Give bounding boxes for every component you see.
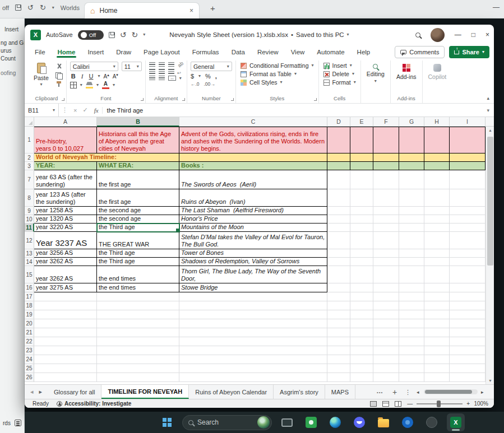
cell-B19[interactable] bbox=[97, 310, 179, 319]
vertical-scroll-thumb[interactable] bbox=[487, 137, 493, 266]
new-sheet-button[interactable]: + bbox=[392, 385, 397, 399]
taskbar-search[interactable]: Search bbox=[182, 415, 272, 430]
cell-A18[interactable] bbox=[34, 301, 97, 310]
background-spelling-grammar-label[interactable]: ng and Gra bbox=[1, 40, 25, 46]
collapse-ribbon-icon[interactable]: ▴ bbox=[487, 95, 489, 101]
cell-I10[interactable] bbox=[450, 215, 485, 224]
scroll-down-icon[interactable]: ▼ bbox=[486, 379, 494, 383]
row-header-3[interactable]: 3 bbox=[25, 162, 34, 170]
cell-I25[interactable] bbox=[450, 364, 485, 373]
cell-H15[interactable] bbox=[424, 266, 450, 283]
formula-input[interactable]: the Third age bbox=[103, 107, 483, 114]
cell-A1[interactable]: Pre-hisotry, years 0 to 10,027 bbox=[34, 127, 97, 153]
decrease-decimal-button[interactable]: .00→ bbox=[204, 81, 215, 87]
cell-H11[interactable] bbox=[424, 224, 450, 232]
merge-center-button[interactable]: ↔ bbox=[168, 76, 176, 81]
conditional-formatting-button[interactable]: Conditional Formatting ▾ bbox=[239, 62, 315, 69]
row-header-17[interactable]: 17 bbox=[25, 292, 34, 301]
taskbar-dark-app[interactable] bbox=[423, 413, 441, 431]
cell-C15[interactable]: Thorn Girl, The Blue Lady, The Way of th… bbox=[179, 266, 327, 283]
cell-G8[interactable] bbox=[399, 189, 424, 207]
cell-A10[interactable]: year 1320 AS bbox=[34, 215, 97, 224]
cell-E19[interactable] bbox=[350, 310, 373, 319]
cell-F12[interactable] bbox=[373, 232, 399, 249]
format-as-table-button[interactable]: Format as Table ▾ bbox=[239, 70, 315, 78]
increase-decimal-button[interactable]: ←.0 bbox=[191, 81, 200, 87]
cell-E23[interactable] bbox=[350, 346, 373, 355]
row-header-24[interactable]: 24 bbox=[25, 355, 34, 364]
cell-G3[interactable] bbox=[399, 162, 424, 170]
cell-F17[interactable] bbox=[373, 292, 399, 301]
row-header-13[interactable]: 13 bbox=[25, 249, 34, 258]
cell-A13[interactable]: year 3256 AS bbox=[34, 249, 97, 258]
cell-H12[interactable] bbox=[424, 232, 450, 249]
column-header-f[interactable]: F bbox=[373, 117, 399, 127]
cell-I8[interactable] bbox=[450, 189, 485, 207]
cell-C26[interactable] bbox=[179, 373, 327, 382]
editing-button[interactable]: Editing ▾ bbox=[364, 62, 387, 83]
column-header-i[interactable]: I bbox=[450, 117, 485, 127]
taskbar-excel[interactable]: X bbox=[447, 413, 465, 431]
cell-D19[interactable] bbox=[327, 310, 350, 319]
cell-C22[interactable] bbox=[179, 337, 327, 346]
cell-A19[interactable] bbox=[34, 310, 97, 319]
cell-C14[interactable]: Shadows of Redemption, Valley of Sorrows bbox=[179, 258, 327, 266]
more-sheets-icon[interactable]: ••• bbox=[377, 385, 383, 399]
cell-F2[interactable] bbox=[373, 153, 399, 162]
underline-button[interactable]: U bbox=[87, 73, 94, 80]
cell-D1[interactable] bbox=[327, 127, 350, 153]
cell-H14[interactable] bbox=[424, 258, 450, 266]
row-header-10[interactable]: 10 bbox=[25, 215, 34, 224]
cell-E16[interactable] bbox=[350, 283, 373, 292]
cell-D3[interactable] bbox=[327, 162, 350, 170]
cell-C3[interactable]: Books : bbox=[179, 162, 327, 170]
cell-I23[interactable] bbox=[450, 346, 485, 355]
cell-H10[interactable] bbox=[424, 215, 450, 224]
cell-D11[interactable] bbox=[327, 224, 350, 232]
page-layout-view-icon[interactable] bbox=[382, 401, 389, 407]
cell-F25[interactable] bbox=[373, 364, 399, 373]
name-box[interactable]: B11 ▾ bbox=[25, 104, 59, 117]
confirm-entry-icon[interactable]: ✓ bbox=[80, 106, 90, 114]
ribbon-tab-insert[interactable]: Insert bbox=[82, 46, 109, 58]
styles-dialog-launcher[interactable] bbox=[314, 98, 317, 101]
cell-E8[interactable] bbox=[350, 189, 373, 207]
taskbar-green-app[interactable] bbox=[302, 413, 320, 431]
cell-A23[interactable] bbox=[34, 346, 97, 355]
background-insert-tab[interactable]: Insert bbox=[4, 26, 19, 32]
cell-B14[interactable]: the Third age bbox=[97, 258, 179, 266]
cell-A9[interactable]: year 1258 AS bbox=[34, 207, 97, 215]
background-thesaurus-label[interactable]: urus bbox=[1, 48, 11, 54]
cell-D14[interactable] bbox=[327, 258, 350, 266]
row-header-20[interactable]: 20 bbox=[25, 319, 34, 328]
new-tab-button[interactable]: + bbox=[210, 3, 215, 13]
cell-B13[interactable]: the Third age bbox=[97, 249, 179, 258]
cell-E22[interactable] bbox=[350, 337, 373, 346]
cell-G13[interactable] bbox=[399, 249, 424, 258]
cell-C20[interactable] bbox=[179, 319, 327, 328]
increase-indent-icon[interactable] bbox=[159, 76, 165, 81]
cell-G17[interactable] bbox=[399, 292, 424, 301]
cell-C13[interactable]: Tower of Bones bbox=[179, 249, 327, 258]
ribbon-tab-page-layout[interactable]: Page Layout bbox=[138, 46, 186, 58]
cell-C25[interactable] bbox=[179, 364, 327, 373]
cell-G19[interactable] bbox=[399, 310, 424, 319]
delete-cells-button[interactable]: Delete ▾ bbox=[322, 70, 357, 78]
row-header-21[interactable]: 21 bbox=[25, 328, 34, 337]
cell-C18[interactable] bbox=[179, 301, 327, 310]
search-icon[interactable] bbox=[415, 32, 420, 38]
cell-I21[interactable] bbox=[450, 328, 485, 337]
cell-C10[interactable]: Honor's Price bbox=[179, 215, 327, 224]
cell-D10[interactable] bbox=[327, 215, 350, 224]
underline-caret-icon[interactable]: ▾ bbox=[98, 74, 100, 78]
cell-F21[interactable] bbox=[373, 328, 399, 337]
cell-H17[interactable] bbox=[424, 292, 450, 301]
cell-A25[interactable] bbox=[34, 364, 97, 373]
number-format-combo[interactable]: General ▾ bbox=[191, 62, 232, 71]
cell-I13[interactable] bbox=[450, 249, 485, 258]
cell-I15[interactable] bbox=[450, 266, 485, 283]
cell-E17[interactable] bbox=[350, 292, 373, 301]
close-button[interactable]: × bbox=[485, 31, 489, 39]
cell-E18[interactable] bbox=[350, 301, 373, 310]
sheet-prev-icon[interactable]: ◂ bbox=[30, 388, 34, 395]
